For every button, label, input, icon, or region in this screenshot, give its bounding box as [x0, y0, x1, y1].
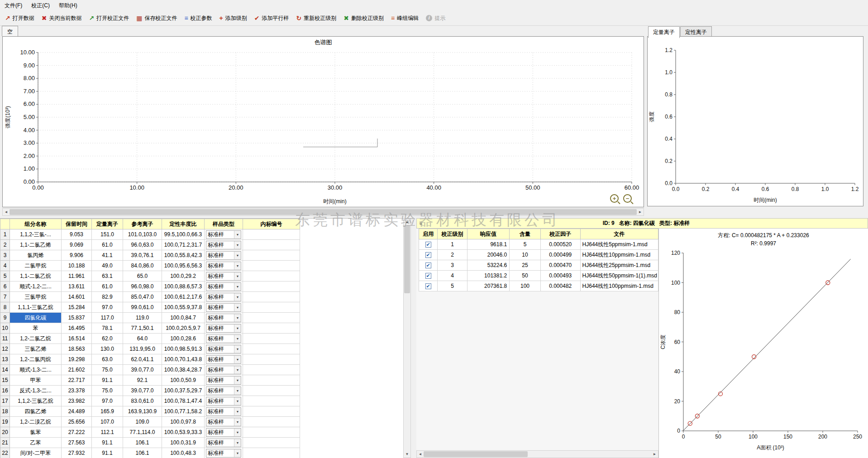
- retention-time-cell[interactable]: 22.717: [62, 375, 92, 386]
- component-name-cell[interactable]: 苯: [10, 323, 62, 334]
- component-name-cell[interactable]: 三氯甲烷: [10, 292, 62, 302]
- row-number-cell[interactable]: 6: [0, 281, 10, 292]
- chevron-down-icon[interactable]: ▼: [234, 231, 241, 239]
- sample-type-dropdown[interactable]: 标准样▼: [206, 449, 241, 458]
- quant-ion-cell[interactable]: 91.1: [92, 438, 123, 448]
- sample-type-cell[interactable]: 标准样▼: [205, 417, 243, 427]
- abundance-ratio-cell[interactable]: 99.5,100.0,66.3: [162, 229, 205, 240]
- component-table-row[interactable]: 6顺式-1,2-二...13.61161.096.0,98.0100.0,88.…: [0, 281, 300, 292]
- chevron-down-icon[interactable]: ▼: [234, 418, 241, 426]
- component-name-cell[interactable]: 三氯乙烯: [10, 344, 62, 354]
- retention-time-cell[interactable]: 16.514: [62, 334, 92, 344]
- abundance-ratio-cell[interactable]: 100.0,20.5,9.7: [162, 323, 205, 334]
- sample-type-cell[interactable]: 标准样▼: [205, 302, 243, 313]
- component-table-row[interactable]: 22间/对-二甲苯27.93291.1106.1100.0,48.3标准样▼: [0, 448, 300, 458]
- enable-cell[interactable]: ✔: [419, 260, 438, 271]
- internal-standard-cell[interactable]: [243, 313, 300, 323]
- scrollbar-thumb[interactable]: [10, 209, 637, 215]
- calibration-menu[interactable]: 校正(C): [27, 0, 54, 11]
- chevron-down-icon[interactable]: ▼: [234, 283, 241, 291]
- enable-cell[interactable]: ✔: [419, 250, 438, 260]
- reference-ion-cell[interactable]: 92.1: [123, 375, 162, 386]
- sample-type-dropdown[interactable]: 标准样▼: [206, 366, 241, 374]
- row-number-cell[interactable]: 17: [0, 396, 10, 406]
- save-calibration-file-button[interactable]: ▦保存校正文件: [133, 12, 181, 24]
- amount-cell[interactable]: 10: [510, 250, 541, 260]
- reference-ion-cell[interactable]: 101.0,103.0: [123, 229, 162, 240]
- component-name-cell[interactable]: 氯苯: [10, 427, 62, 438]
- scroll-up-icon[interactable]: ▲: [404, 219, 410, 225]
- component-table-row[interactable]: 12三氯乙烯18.563130.0131.9,95.0100.0,98.5,91…: [0, 344, 300, 354]
- enable-checkbox[interactable]: ✔: [425, 283, 431, 289]
- sample-type-dropdown[interactable]: 标准样▼: [206, 303, 241, 312]
- sample-type-cell[interactable]: 标准样▼: [205, 448, 243, 458]
- internal-standard-cell[interactable]: [243, 365, 300, 375]
- abundance-ratio-cell[interactable]: 100.0,98.5,91.3: [162, 344, 205, 354]
- abundance-ratio-cell[interactable]: 100.0,61.2,17.6: [162, 292, 205, 302]
- close-current-data-button[interactable]: ✖关闭当前数据: [38, 12, 86, 24]
- chevron-down-icon[interactable]: ▼: [234, 356, 241, 363]
- abundance-ratio-cell[interactable]: 100.0,71.2,31.7: [162, 240, 205, 250]
- component-name-cell[interactable]: 1,1,2-三氯-...: [10, 229, 62, 240]
- internal-standard-cell[interactable]: [243, 386, 300, 396]
- enable-checkbox[interactable]: ✔: [425, 242, 431, 248]
- factor-cell[interactable]: 0.000499: [540, 250, 580, 260]
- retention-time-cell[interactable]: 27.222: [62, 427, 92, 438]
- component-table-row[interactable]: 21,1-二氯乙烯9.06961.096.0,63.0100.0,71.2,31…: [0, 240, 300, 250]
- internal-standard-cell[interactable]: [243, 417, 300, 427]
- factor-cell[interactable]: 0.000482: [540, 281, 580, 291]
- file-menu[interactable]: 文件(F): [0, 0, 27, 11]
- abundance-ratio-cell[interactable]: 100.0,55.9,37.8: [162, 302, 205, 313]
- response-cell[interactable]: 53224.6: [467, 260, 509, 271]
- retention-time-cell[interactable]: 16.495: [62, 323, 92, 334]
- chevron-down-icon[interactable]: ▼: [234, 262, 241, 270]
- retention-time-cell[interactable]: 18.563: [62, 344, 92, 354]
- sample-type-cell[interactable]: 标准样▼: [205, 406, 243, 417]
- response-cell[interactable]: 9618.1: [467, 239, 509, 250]
- component-table-row[interactable]: 21乙苯27.56391.1106.1100.0,31.9标准样▼: [0, 438, 300, 448]
- reference-ion-cell[interactable]: 119.0: [123, 313, 162, 323]
- sample-type-dropdown[interactable]: 标准样▼: [206, 334, 241, 343]
- calibration-parameters-button[interactable]: ≡校正参数: [181, 12, 215, 24]
- component-table-row[interactable]: 4二氯甲烷10.18849.084.0,86.0100.0,95.6,56.3标…: [0, 261, 300, 271]
- sample-type-dropdown[interactable]: 标准样▼: [206, 230, 241, 239]
- abundance-ratio-cell[interactable]: 100.0,38.4,28.7: [162, 365, 205, 375]
- component-name-cell[interactable]: 1,2-二氯乙烷: [10, 334, 62, 344]
- internal-standard-cell[interactable]: [243, 302, 300, 313]
- row-number-cell[interactable]: 14: [0, 365, 10, 375]
- component-name-cell[interactable]: 二氯甲烷: [10, 261, 62, 271]
- sample-type-cell[interactable]: 标准样▼: [205, 344, 243, 354]
- internal-standard-cell[interactable]: [243, 354, 300, 365]
- level-cell[interactable]: 3: [438, 260, 467, 271]
- sample-type-cell[interactable]: 标准样▼: [205, 240, 243, 250]
- chevron-down-icon[interactable]: ▼: [234, 324, 241, 332]
- internal-standard-cell[interactable]: [243, 250, 300, 261]
- abundance-ratio-cell[interactable]: 100.0,77.1,58.2: [162, 406, 205, 417]
- sample-type-cell[interactable]: 标准样▼: [205, 313, 243, 323]
- reference-ion-cell[interactable]: 84.0,86.0: [123, 261, 162, 271]
- sample-type-cell[interactable]: 标准样▼: [205, 292, 243, 302]
- quant-ion-cell[interactable]: 63.0: [92, 354, 123, 365]
- component-name-cell[interactable]: 四氯化碳: [10, 313, 62, 323]
- response-cell[interactable]: 20046.0: [467, 250, 509, 260]
- file-cell[interactable]: HJ644线性100ppmsim-1.msd: [580, 281, 658, 291]
- chevron-down-icon[interactable]: ▼: [234, 293, 241, 301]
- internal-standard-cell[interactable]: [243, 344, 300, 354]
- abundance-ratio-cell[interactable]: 100.0,88.6,57.3: [162, 281, 205, 292]
- file-cell[interactable]: HJ644线性5ppmsim-1.msd: [580, 239, 658, 250]
- reference-ion-cell[interactable]: 62.0,41.1: [123, 354, 162, 365]
- component-table-row[interactable]: 11,1,2-三氯-...9.053151.0101.0,103.099.5,1…: [0, 229, 300, 240]
- abundance-ratio-cell[interactable]: 100.0,78.1,47.4: [162, 396, 205, 406]
- internal-standard-cell[interactable]: [243, 271, 300, 281]
- chevron-down-icon[interactable]: ▼: [234, 345, 241, 353]
- sample-type-dropdown[interactable]: 标准样▼: [206, 241, 241, 249]
- reference-ion-cell[interactable]: 64.0: [123, 334, 162, 344]
- file-cell[interactable]: HJ644线性10ppmsim-1.msd: [580, 250, 658, 260]
- chromatogram-chart[interactable]: 0.0010.0020.0030.0040.0050.0060.000.001.…: [4, 46, 643, 205]
- internal-standard-cell[interactable]: [243, 292, 300, 302]
- component-name-cell[interactable]: 顺式-1,3-二...: [10, 365, 62, 375]
- chevron-down-icon[interactable]: ▼: [234, 397, 241, 405]
- row-number-cell[interactable]: 15: [0, 375, 10, 386]
- internal-standard-cell[interactable]: [243, 406, 300, 417]
- add-level-button[interactable]: +添加级别: [216, 12, 251, 24]
